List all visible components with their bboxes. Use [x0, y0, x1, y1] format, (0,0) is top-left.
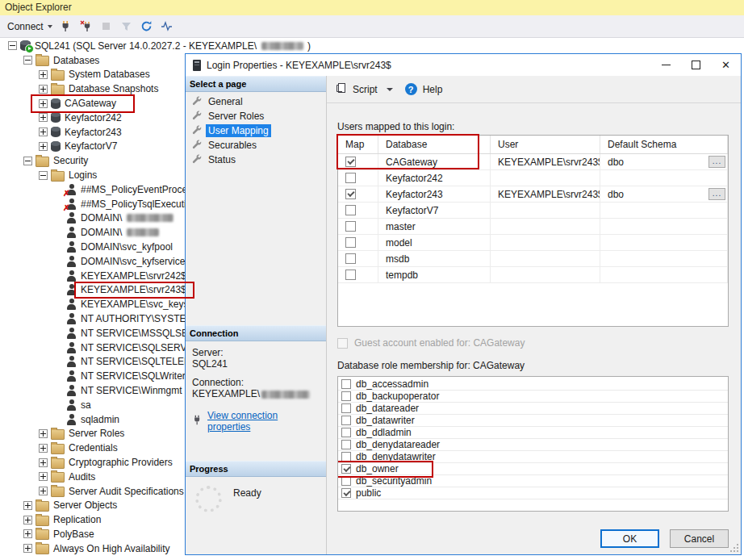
tree-item-label: Cryptographic Providers [68, 457, 173, 468]
progress-header: Progress [186, 461, 326, 477]
page-item-status[interactable]: Status [186, 153, 326, 167]
tree-expander-plus-icon[interactable] [39, 444, 48, 453]
role-checkbox[interactable] [341, 464, 351, 474]
user-icon [66, 299, 77, 310]
script-dropdown-caret[interactable] [387, 88, 393, 91]
role-item-db-backupoperator: db_backupoperator [338, 391, 728, 403]
minimize-button[interactable] [651, 54, 681, 76]
user-icon [66, 256, 77, 267]
tree-expander-plus-icon[interactable] [39, 99, 48, 108]
page-item-user-mapping[interactable]: User Mapping [186, 123, 326, 138]
tree-expander-minus-icon[interactable] [23, 157, 32, 165]
user-icon [66, 399, 77, 411]
tree-expander-plus-icon[interactable] [23, 516, 32, 524]
role-checkbox[interactable] [341, 428, 351, 437]
role-checkbox[interactable] [341, 379, 351, 389]
tree-item-label: Server Audit Specifications [68, 486, 184, 497]
role-checkbox[interactable] [341, 440, 351, 449]
guest-account-checkbox [337, 338, 348, 349]
tree-item-sql241-sql-server-14-0-2027-2-keyexample[interactable]: SQL241 (SQL Server 14.0.2027.2 - KEYEXAM… [0, 39, 744, 53]
tree-item-label: NT SERVICE\SQLSERVER [80, 342, 200, 353]
map-cell [338, 203, 378, 218]
ok-button[interactable]: OK [600, 529, 659, 548]
user-cell: KEYEXAMPLE\srvr243$ [491, 154, 600, 169]
tree-expander-plus-icon[interactable] [39, 142, 48, 151]
tree-expander-minus-icon[interactable] [8, 41, 17, 50]
role-name: db_ddladmin [356, 427, 412, 438]
map-checkbox[interactable] [345, 221, 356, 232]
connection-header: Connection [186, 325, 326, 341]
tree-item-label: Logins [68, 169, 97, 181]
cancel-button[interactable]: Cancel [670, 529, 729, 548]
tree-expander-plus-icon[interactable] [39, 487, 48, 495]
disconnect-plug-icon[interactable] [80, 20, 93, 33]
database-cell: CAGateway [378, 154, 491, 169]
map-cell [338, 267, 378, 282]
mapping-row-keyfactor242: Keyfactor242 [338, 170, 728, 186]
default-schema-cell [600, 170, 728, 186]
tree-expander-plus-icon[interactable] [39, 127, 48, 136]
tree-expander-plus-icon[interactable] [23, 501, 32, 510]
column-header-user: User [491, 136, 600, 153]
role-checkbox[interactable] [341, 476, 351, 486]
map-checkbox[interactable] [345, 237, 356, 248]
connect-button[interactable]: Connect [7, 21, 52, 32]
tree-item-label: KEYEXAMPLE\srvr243$ [80, 284, 186, 295]
role-checkbox[interactable] [341, 416, 351, 425]
tree-expander-plus-icon[interactable] [39, 429, 48, 438]
tree-expander-plus-icon[interactable] [39, 472, 48, 481]
map-checkbox[interactable] [345, 270, 356, 280]
tree-expander-plus-icon[interactable] [39, 113, 48, 122]
connect-plug-icon[interactable] [60, 20, 73, 33]
page-item-securables[interactable]: Securables [186, 138, 326, 153]
help-button[interactable]: Help [423, 84, 443, 95]
view-connection-properties-link[interactable]: View connection properties [207, 410, 323, 433]
role-checkbox[interactable] [341, 488, 351, 498]
refresh-icon[interactable] [140, 20, 153, 33]
tree-expander-plus-icon[interactable] [39, 70, 48, 79]
map-checkbox[interactable] [345, 157, 356, 167]
role-item-public: public [338, 487, 728, 499]
default-schema-cell [600, 251, 728, 266]
folder-icon [36, 544, 49, 554]
folder-icon [51, 472, 65, 483]
tree-expander-minus-icon[interactable] [23, 56, 32, 65]
map-checkbox[interactable] [345, 173, 356, 183]
page-item-label: Server Roles [206, 110, 266, 123]
close-button[interactable]: ✕ [711, 54, 741, 76]
tree-item-label-suffix: ) [307, 40, 311, 52]
tree-expander-plus-icon[interactable] [39, 458, 48, 467]
page-item-general[interactable]: General [186, 94, 326, 109]
activity-monitor-icon[interactable] [161, 20, 173, 33]
map-checkbox[interactable] [345, 189, 356, 199]
maximize-button[interactable] [681, 54, 711, 76]
tree-item-label: Database Snapshots [68, 83, 158, 94]
map-cell [338, 219, 378, 234]
user-icon [66, 414, 77, 425]
user-cell [491, 235, 600, 250]
window-buttons: ✕ [651, 54, 741, 76]
user-icon [66, 227, 77, 238]
browse-schema-button[interactable]: ... [708, 188, 725, 200]
browse-schema-button[interactable]: ... [708, 156, 725, 168]
dialog-titlebar[interactable]: Login Properties - KEYEXAMPLE\srvr243$ ✕ [186, 54, 741, 76]
server-icon [20, 40, 31, 51]
role-checkbox[interactable] [341, 391, 351, 401]
tree-expander-plus-icon[interactable] [23, 529, 32, 538]
script-button[interactable]: Script [353, 84, 378, 95]
map-checkbox[interactable] [345, 253, 356, 264]
minimize-icon [662, 65, 671, 65]
tree-expander-minus-icon[interactable] [39, 171, 48, 180]
map-checkbox[interactable] [345, 205, 356, 215]
tree-expander-plus-icon[interactable] [23, 544, 32, 553]
filter-icon [120, 20, 133, 33]
page-item-server-roles[interactable]: Server Roles [186, 109, 326, 123]
tree-expander-plus-icon[interactable] [39, 85, 48, 94]
user-mapping-table: MapDatabaseUserDefault Schema CAGatewayK… [337, 135, 729, 327]
role-name: db_datawriter [356, 415, 415, 426]
resize-grip[interactable] [729, 543, 739, 553]
role-item-db-owner: db_owner [338, 463, 728, 475]
default-schema-cell [600, 219, 728, 234]
role-checkbox[interactable] [341, 403, 351, 413]
role-checkbox[interactable] [341, 452, 351, 462]
